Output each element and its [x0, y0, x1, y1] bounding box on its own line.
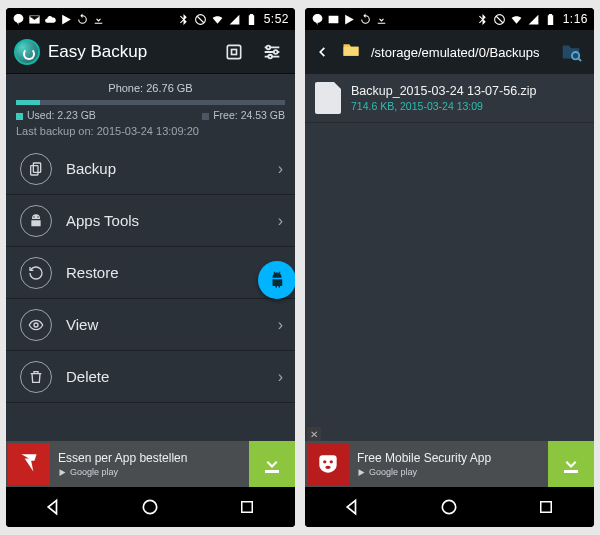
sync-icon	[359, 13, 372, 26]
nav-back-button[interactable]	[41, 494, 67, 520]
menu-label: View	[66, 316, 278, 333]
status-bar: 1:16	[305, 8, 594, 30]
cloud-icon	[44, 13, 57, 26]
storage-free: Free: 24.53 GB	[202, 109, 285, 121]
download-icon	[92, 13, 105, 26]
svg-point-13	[144, 500, 157, 513]
nav-recent-button[interactable]	[533, 494, 559, 520]
settings-sliders-button[interactable]	[257, 37, 287, 67]
svg-rect-2	[232, 49, 237, 54]
back-arrow-button[interactable]	[313, 37, 331, 67]
svg-rect-1	[227, 45, 240, 58]
menu-label: Apps Tools	[66, 212, 278, 229]
chevron-right-icon: ›	[278, 212, 283, 230]
svg-point-18	[330, 460, 333, 463]
android-icon	[20, 205, 52, 237]
battery-icon	[245, 13, 258, 26]
file-meta: 714.6 KB, 2015-03-24 13:09	[351, 100, 537, 112]
storage-panel: Phone: 26.76 GB Used: 2.23 GB Free: 24.5…	[6, 74, 295, 143]
nav-home-button[interactable]	[436, 494, 462, 520]
path-bar: /storage/emulated/0/Backups	[305, 30, 594, 74]
action-bar: Easy Backup	[6, 30, 295, 74]
wifi-icon	[211, 13, 224, 26]
phone-left: 5:52 Easy Backup Phone: 26.76 GB Used: 2…	[6, 8, 295, 527]
svg-point-3	[267, 45, 271, 49]
play-icon	[60, 13, 73, 26]
copy-icon	[20, 153, 52, 185]
mail-icon	[327, 13, 340, 26]
sync-icon	[76, 13, 89, 26]
no-sim-icon	[493, 13, 506, 26]
main-menu: Backup › Apps Tools › Restore › View › D…	[6, 143, 295, 441]
ad-store-label: Google play	[58, 467, 249, 477]
ad-banner[interactable]: ✕ Free Mobile Security App Google play	[305, 441, 594, 487]
ad-download-button[interactable]	[548, 441, 594, 487]
svg-point-4	[274, 50, 278, 54]
clock-text: 1:16	[563, 12, 588, 26]
trash-icon	[20, 361, 52, 393]
svg-rect-21	[541, 502, 552, 513]
chevron-right-icon: ›	[278, 316, 283, 334]
svg-point-8	[33, 216, 34, 217]
mail-icon	[28, 13, 41, 26]
fullscreen-button[interactable]	[219, 37, 249, 67]
storage-title: Phone: 26.76 GB	[16, 82, 285, 94]
clock-text: 5:52	[264, 12, 289, 26]
file-list: Backup_2015-03-24 13-07-56.zip 714.6 KB,…	[305, 74, 594, 441]
folder-icon	[339, 40, 363, 64]
menu-label: Restore	[66, 264, 278, 281]
storage-used: Used: 2.23 GB	[16, 109, 96, 121]
storage-bar	[16, 100, 285, 105]
menu-item-backup[interactable]: Backup ›	[6, 143, 295, 195]
chevron-right-icon: ›	[278, 160, 283, 178]
svg-rect-6	[33, 163, 40, 172]
svg-rect-14	[242, 502, 253, 513]
menu-label: Backup	[66, 160, 278, 177]
app-title: Easy Backup	[48, 42, 211, 62]
svg-point-19	[325, 466, 330, 469]
battery-icon	[544, 13, 557, 26]
menu-item-restore[interactable]: Restore ›	[6, 247, 295, 299]
wifi-icon	[510, 13, 523, 26]
menu-item-view[interactable]: View ›	[6, 299, 295, 351]
android-nav-bar	[305, 487, 594, 527]
status-bar: 5:52	[6, 8, 295, 30]
eye-icon	[20, 309, 52, 341]
svg-point-5	[268, 54, 272, 58]
phone-right: 1:16 /storage/emulated/0/Backups Backup_…	[305, 8, 594, 527]
android-fab-button[interactable]	[258, 261, 295, 299]
last-backup-text: Last backup on: 2015-03-24 13:09:20	[16, 125, 285, 137]
menu-item-delete[interactable]: Delete ›	[6, 351, 295, 403]
nav-home-button[interactable]	[137, 494, 163, 520]
play-icon	[343, 13, 356, 26]
svg-point-9	[37, 216, 38, 217]
ad-app-icon	[8, 443, 50, 485]
signal-icon	[228, 13, 241, 26]
menu-item-apps-tools[interactable]: Apps Tools ›	[6, 195, 295, 247]
svg-point-20	[443, 500, 456, 513]
signal-icon	[527, 13, 540, 26]
ad-download-button[interactable]	[249, 441, 295, 487]
menu-label: Delete	[66, 368, 278, 385]
no-sim-icon	[194, 13, 207, 26]
restore-icon	[20, 257, 52, 289]
nav-back-button[interactable]	[340, 494, 366, 520]
chevron-right-icon: ›	[278, 368, 283, 386]
hangouts-icon	[12, 13, 25, 26]
android-nav-bar	[6, 487, 295, 527]
file-icon	[315, 82, 341, 114]
svg-point-17	[323, 460, 326, 463]
ad-close-button[interactable]: ✕	[307, 427, 321, 441]
nav-recent-button[interactable]	[234, 494, 260, 520]
file-row[interactable]: Backup_2015-03-24 13-07-56.zip 714.6 KB,…	[305, 74, 594, 123]
path-text: /storage/emulated/0/Backups	[371, 45, 548, 60]
bluetooth-icon	[476, 13, 489, 26]
search-folder-button[interactable]	[556, 37, 586, 67]
ad-banner[interactable]: Essen per App bestellen Google play	[6, 441, 295, 487]
ad-title: Essen per App bestellen	[58, 451, 249, 465]
ad-app-icon	[307, 443, 349, 485]
ad-store-label: Google play	[357, 467, 548, 477]
bluetooth-icon	[177, 13, 190, 26]
hangouts-icon	[311, 13, 324, 26]
app-logo-icon	[14, 39, 40, 65]
